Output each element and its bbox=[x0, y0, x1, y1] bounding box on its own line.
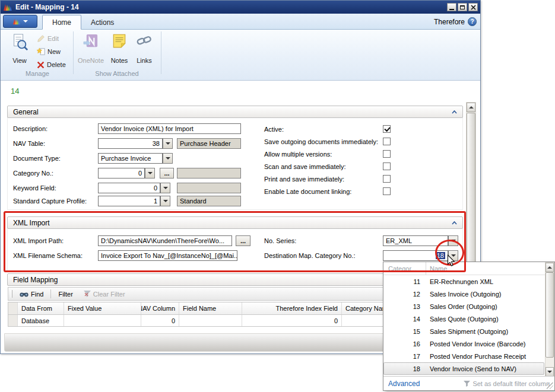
dropdown-cell-name: Posted Vendor Invoice (Barcode) bbox=[426, 340, 544, 348]
nav-table-dropdown-button[interactable] bbox=[163, 138, 173, 149]
ribbon: View Edit New Delete Manage OneNote bbox=[1, 30, 480, 81]
late-linking-checkbox[interactable] bbox=[383, 187, 391, 195]
maximize-button[interactable] bbox=[458, 3, 467, 11]
help-icon[interactable]: ? bbox=[468, 17, 477, 26]
dropdown-row[interactable]: 14 Sales Quote (Outgoing) bbox=[383, 313, 544, 325]
column-header-therefore-index-field[interactable]: Therefore Index Field bbox=[242, 302, 342, 314]
dropdown-cell-name: Sales Order (Outgoing) bbox=[426, 303, 544, 310]
print-save-checkbox[interactable] bbox=[383, 175, 391, 183]
set-default-filter-label[interactable]: Set as default filter column bbox=[472, 380, 550, 387]
scroll-up-button[interactable] bbox=[546, 263, 554, 272]
tab-actions[interactable]: Actions bbox=[81, 15, 123, 29]
maximize-icon bbox=[460, 5, 465, 9]
dropdown-row[interactable]: 15 Sales Shipment (Outgoing) bbox=[383, 325, 544, 337]
dropdown-row[interactable]: 11 ER-Rechnungen XML bbox=[383, 275, 544, 288]
scroll-down-button[interactable] bbox=[546, 367, 554, 377]
collapse-chevron-icon[interactable] bbox=[452, 110, 457, 114]
dropdown-column-name[interactable]: Name bbox=[426, 262, 554, 275]
group-separator bbox=[73, 31, 74, 74]
dropdown-arrow-icon bbox=[166, 142, 170, 145]
column-header-data-from[interactable]: Data From bbox=[18, 302, 64, 314]
tab-home[interactable]: Home bbox=[42, 15, 81, 30]
toolbar-separator bbox=[50, 289, 51, 298]
dropdown-row[interactable]: 16 Posted Vendor Invoice (Barcode) bbox=[383, 337, 544, 350]
xml-filename-schema-input[interactable]: Invoice Export To Nav_[@InstanceNo]_[@Ma… bbox=[98, 250, 237, 261]
general-section-header[interactable]: General bbox=[7, 106, 463, 118]
dest-map-category-dropdown-button[interactable] bbox=[448, 250, 458, 261]
scan-save-checkbox[interactable] bbox=[383, 162, 391, 170]
dropdown-row[interactable]: 17 Posted Vendor Purchase Receipt bbox=[383, 350, 544, 362]
dropdown-row[interactable]: 12 Sales Invoice (Outgoing) bbox=[383, 288, 544, 300]
no-series-label: No. Series: bbox=[264, 235, 296, 246]
advanced-link[interactable]: Advanced bbox=[388, 380, 420, 388]
resize-grip[interactable] bbox=[547, 383, 553, 389]
active-checkbox[interactable] bbox=[383, 125, 391, 133]
dropdown-header-row: Categor... Name bbox=[383, 262, 554, 275]
collapse-chevron-icon[interactable] bbox=[452, 221, 457, 225]
dropdown-cell-name: Vendor Invoice (Send to NAV) bbox=[426, 365, 544, 372]
filter-button[interactable]: Filter bbox=[55, 291, 76, 298]
links-button[interactable]: Links bbox=[132, 32, 157, 65]
column-header-field-name[interactable]: Field Name bbox=[179, 302, 242, 314]
cell-field-name[interactable] bbox=[179, 315, 242, 326]
xml-import-section-header[interactable]: XML Import bbox=[7, 216, 463, 229]
cell-data-from[interactable]: Database bbox=[18, 315, 64, 326]
xml-import-path-input[interactable]: D:\DynamicsNAV\Kunden\ThereFore\Wo... bbox=[98, 235, 232, 246]
capture-profile-display: Standard bbox=[177, 196, 241, 206]
scroll-up-button[interactable] bbox=[467, 103, 475, 112]
new-button[interactable]: New bbox=[35, 46, 62, 57]
cell-nav-column[interactable]: 0 bbox=[141, 315, 179, 326]
xml-import-path-browse-button[interactable]: ... bbox=[236, 235, 250, 246]
keyword-field-dropdown-button[interactable] bbox=[160, 183, 170, 193]
scrollbar-thumb[interactable] bbox=[546, 272, 554, 358]
view-button[interactable]: View bbox=[5, 32, 34, 65]
manage-group-label: Manage bbox=[4, 70, 71, 77]
nav-table-input[interactable]: 38 bbox=[98, 138, 163, 149]
dropdown-cell-name: Sales Invoice (Outgoing) bbox=[426, 291, 544, 298]
capture-profile-input[interactable]: 1 bbox=[98, 196, 160, 206]
desktop: { "window": { "title": "Edit - Mapping -… bbox=[0, 0, 555, 392]
dropdown-row[interactable]: 13 Sales Order (Outgoing) bbox=[383, 300, 544, 313]
dest-map-category-input[interactable]: 18 bbox=[383, 250, 448, 261]
dropdown-cell-category: 18 bbox=[383, 365, 426, 372]
xml-import-section-title: XML Import bbox=[13, 219, 50, 227]
clear-filter-button[interactable]: Clear Filter bbox=[80, 291, 129, 298]
view-document-icon bbox=[11, 33, 28, 51]
dropdown-cell-category: 11 bbox=[383, 278, 426, 285]
close-button[interactable] bbox=[468, 3, 478, 11]
column-header-fixed-value[interactable]: Fixed Value bbox=[64, 302, 141, 314]
dropdown-scrollbar[interactable] bbox=[545, 262, 554, 376]
category-no-input[interactable]: 0 bbox=[98, 168, 145, 179]
description-input[interactable]: Vendor Invoice (XML) for Import bbox=[98, 123, 241, 134]
capture-profile-dropdown-button[interactable] bbox=[160, 196, 170, 206]
edit-button[interactable]: Edit bbox=[35, 33, 61, 44]
find-button[interactable]: Find bbox=[16, 291, 47, 298]
keyword-field-input[interactable]: 0 bbox=[98, 183, 160, 193]
dropdown-column-category[interactable]: Categor... bbox=[383, 262, 426, 275]
category-no-dropdown-button[interactable] bbox=[145, 168, 155, 179]
category-no-browse-button[interactable]: ... bbox=[160, 168, 174, 179]
minimize-button[interactable] bbox=[447, 3, 456, 11]
pencil-icon bbox=[37, 34, 45, 43]
cell-therefore-index-field[interactable]: 0 bbox=[242, 315, 342, 326]
application-menu-button[interactable] bbox=[3, 15, 37, 28]
row-indicator bbox=[8, 315, 18, 326]
links-chain-icon bbox=[137, 33, 152, 49]
onenote-button[interactable]: OneNote bbox=[75, 32, 106, 65]
ribbon-tab-bar: Home Actions Therefore ? bbox=[1, 14, 480, 30]
dropdown-arrow-icon bbox=[451, 254, 456, 257]
notes-button[interactable]: Notes bbox=[107, 32, 131, 65]
dropdown-arrow-icon bbox=[163, 200, 168, 202]
cell-fixed-value[interactable] bbox=[64, 315, 141, 326]
save-outgoing-checkbox[interactable] bbox=[383, 138, 391, 145]
no-series-input[interactable]: ER_XML bbox=[383, 235, 448, 246]
column-header-nav-column[interactable]: NAV Column bbox=[141, 302, 179, 314]
dropdown-row-selected[interactable]: 18 Vendor Invoice (Send to NAV) bbox=[383, 362, 544, 375]
late-linking-label: Enable Late document linking: bbox=[264, 186, 351, 197]
allow-versions-checkbox[interactable] bbox=[383, 150, 391, 158]
delete-button[interactable]: Delete bbox=[35, 59, 68, 70]
document-type-dropdown-button[interactable] bbox=[163, 153, 173, 164]
toolbar-grip bbox=[11, 290, 12, 298]
no-series-dropdown-button[interactable] bbox=[448, 235, 458, 246]
document-type-input[interactable]: Purchase Invoice bbox=[98, 153, 163, 164]
